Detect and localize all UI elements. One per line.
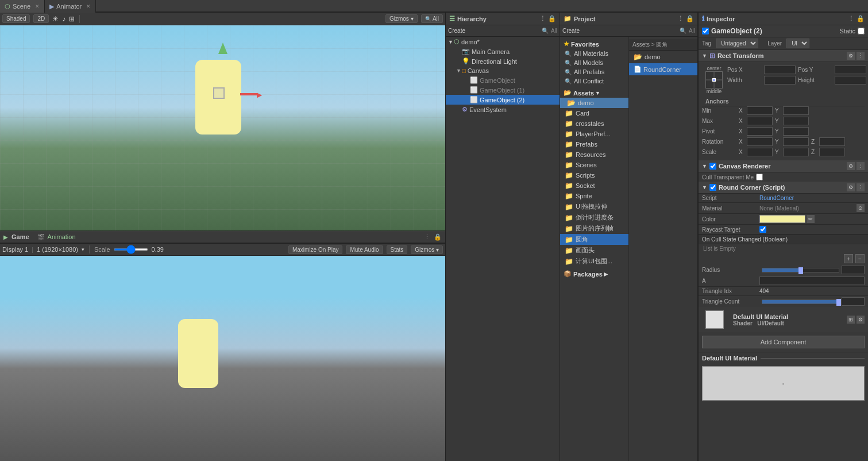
project-all-label[interactable]: All xyxy=(689,28,695,34)
stats-button[interactable]: Stats xyxy=(387,245,408,254)
hierarchy-item-eventsystem[interactable]: ⚙ EventSystem xyxy=(446,105,560,114)
rect-transform-more[interactable]: ⋮ xyxy=(857,52,865,60)
static-checkbox[interactable] xyxy=(858,28,865,34)
scale-slider[interactable] xyxy=(114,248,148,251)
hierarchy-item-go[interactable]: ⬜ GameObject xyxy=(446,75,560,85)
asset-demo-folder[interactable]: 📂 demo xyxy=(629,51,697,63)
height-input[interactable]: 500 xyxy=(835,76,866,84)
pos-x-input[interactable]: 0 xyxy=(764,66,796,74)
hierarchy-item-main-camera[interactable]: 📷 Main Camera xyxy=(446,47,560,56)
color-swatch[interactable] xyxy=(759,215,805,223)
tab-animator[interactable]: ▶ Animator ✕ xyxy=(45,0,96,13)
hierarchy-item-dir-light[interactable]: 💡 Directional Light xyxy=(446,56,560,66)
asset-roundcorner[interactable]: 📄 RoundCorner xyxy=(629,63,697,75)
2d-button[interactable]: 2D xyxy=(33,14,49,23)
rot-y[interactable]: 0 xyxy=(783,137,809,146)
folder-playerpref[interactable]: 📁 PlayerPref... xyxy=(560,129,628,139)
anchor-min-y[interactable]: 0.5 xyxy=(783,106,809,115)
folder-sequence[interactable]: 📁 图片的序列帧 xyxy=(560,223,628,234)
folder-roundcorner[interactable]: 📁 圆角 xyxy=(560,234,628,245)
rot-x[interactable]: 0 xyxy=(747,137,773,146)
triangle-count-value[interactable]: 100 xyxy=(842,297,865,306)
material-options-btn[interactable]: ⚙ xyxy=(857,316,865,324)
anchor-widget[interactable]: center middle xyxy=(705,66,723,94)
animator-tab-close[interactable]: ✕ xyxy=(86,3,91,9)
material-expand-btn[interactable]: ⊞ xyxy=(847,316,855,324)
pivot-x[interactable]: 0.5 xyxy=(747,127,773,136)
fav-all-materials[interactable]: 🔍 All Materials xyxy=(560,49,628,58)
radius-thumb[interactable] xyxy=(798,267,803,274)
gizmo-center-handle[interactable] xyxy=(213,87,225,99)
hierarchy-item-demo[interactable]: ▼ ⬡ demo* xyxy=(446,37,560,47)
canvas-renderer-more[interactable]: ⋮ xyxy=(857,162,865,170)
tab-scene[interactable]: ⬡ Scene ✕ xyxy=(0,0,45,13)
panel-options-icon[interactable]: ⋮ xyxy=(424,233,430,241)
folder-ui-drag[interactable]: 📁 UI拖拽拉伸 xyxy=(560,201,628,212)
shaded-button[interactable]: Shaded xyxy=(2,14,30,23)
scene-viewport[interactable] xyxy=(0,25,445,230)
a-input[interactable]: 0 xyxy=(759,276,865,285)
layer-dropdown[interactable]: UI xyxy=(786,39,809,48)
canvas-renderer-settings[interactable]: ⚙ xyxy=(847,162,855,170)
project-search-icon[interactable]: 🔍 xyxy=(680,28,686,34)
panel-lock-icon[interactable]: 🔒 xyxy=(434,233,442,241)
color-eyedropper[interactable]: ✏ xyxy=(807,215,815,223)
animation-tab-label[interactable]: Animation xyxy=(48,233,76,240)
folder-crosstales[interactable]: 📁 crosstales xyxy=(560,118,628,129)
folder-countdown[interactable]: 📁 倒计时进度条 xyxy=(560,212,628,223)
round-corner-active[interactable] xyxy=(709,184,716,191)
anchor-min-x[interactable]: 0.5 xyxy=(747,106,773,115)
inspector-options[interactable]: ⋮ xyxy=(848,15,854,22)
canvas-renderer-active[interactable] xyxy=(709,163,716,170)
gizmos-game-button[interactable]: Gizmos ▾ xyxy=(411,245,443,254)
folder-scripts[interactable]: 📁 Scripts xyxy=(560,170,628,180)
hierarchy-options[interactable]: ⋮ xyxy=(539,15,546,22)
folder-demo[interactable]: 📂 demo xyxy=(560,98,628,108)
fav-all-prefabs[interactable]: 🔍 All Prefabs xyxy=(560,67,628,76)
fav-all-conflict[interactable]: 🔍 All Conflict xyxy=(560,76,628,86)
round-corner-header[interactable]: ▼ Round Corner (Script) ⚙ ⋮ xyxy=(699,182,868,194)
raycast-checkbox[interactable] xyxy=(759,226,766,233)
create-label[interactable]: Create xyxy=(448,28,465,34)
radius-value[interactable]: 0.5 xyxy=(842,266,865,274)
folder-prefabs[interactable]: 📁 Prefabs xyxy=(560,139,628,149)
gameobject-active-checkbox[interactable] xyxy=(702,28,709,34)
rect-transform-header[interactable]: ▼ ⊞ Rect Transform ⚙ ⋮ xyxy=(699,50,868,62)
default-material-section[interactable]: Default UI Material Shader UI/Default ⊞ … xyxy=(699,307,868,332)
all-button[interactable]: 🔍 All xyxy=(421,14,443,23)
hierarchy-item-go1[interactable]: ⬜ GameObject (1) xyxy=(446,85,560,95)
project-create-label[interactable]: Create xyxy=(562,28,580,34)
script-value[interactable]: RoundCorner xyxy=(759,195,794,201)
triangle-count-thumb[interactable] xyxy=(836,299,841,306)
anchor-max-y[interactable]: 0.5 xyxy=(783,117,809,125)
scale-y[interactable]: 1 xyxy=(783,148,809,156)
anchor-max-x[interactable]: 0.5 xyxy=(747,117,773,125)
hierarchy-lock[interactable]: 🔒 xyxy=(548,15,556,22)
round-corner-more[interactable]: ⋮ xyxy=(857,183,865,191)
game-viewport[interactable] xyxy=(0,256,445,461)
width-input[interactable]: 200 xyxy=(764,76,796,84)
assets-header[interactable]: 📂 Assets ▼ xyxy=(560,88,628,98)
cull-checkbox[interactable] xyxy=(756,174,763,180)
game-tab-label[interactable]: Game xyxy=(11,233,29,240)
triangle-count-slider[interactable] xyxy=(762,299,839,304)
inspector-lock[interactable]: 🔒 xyxy=(857,15,865,22)
folder-face[interactable]: 📁 画面头 xyxy=(560,245,628,256)
folder-card[interactable]: 📁 Card xyxy=(560,108,628,118)
mute-button[interactable]: Mute Audio xyxy=(346,245,383,254)
project-lock[interactable]: 🔒 xyxy=(686,15,694,22)
radius-slider[interactable] xyxy=(762,268,839,272)
hierarchy-item-canvas[interactable]: ▼ □ Canvas xyxy=(446,66,560,75)
scene-tab-close[interactable]: ✕ xyxy=(35,3,40,9)
all-hier-label[interactable]: All xyxy=(551,28,557,34)
rect-transform-settings[interactable]: ⚙ xyxy=(847,52,855,60)
material-circle-btn[interactable]: ⊙ xyxy=(857,204,865,212)
folder-socket[interactable]: 📁 Socket xyxy=(560,180,628,191)
anchor-cross[interactable] xyxy=(705,71,723,89)
rot-z[interactable]: 0 xyxy=(819,137,845,146)
hierarchy-item-go2[interactable]: ⬜ GameObject (2) xyxy=(446,95,560,105)
scale-x[interactable]: 1 xyxy=(747,148,773,156)
pivot-y[interactable]: 0.5 xyxy=(783,127,809,136)
packages-header[interactable]: 📦 Packages ▶ xyxy=(560,269,628,279)
folder-calcui[interactable]: 📁 计算UI包围... xyxy=(560,256,628,267)
